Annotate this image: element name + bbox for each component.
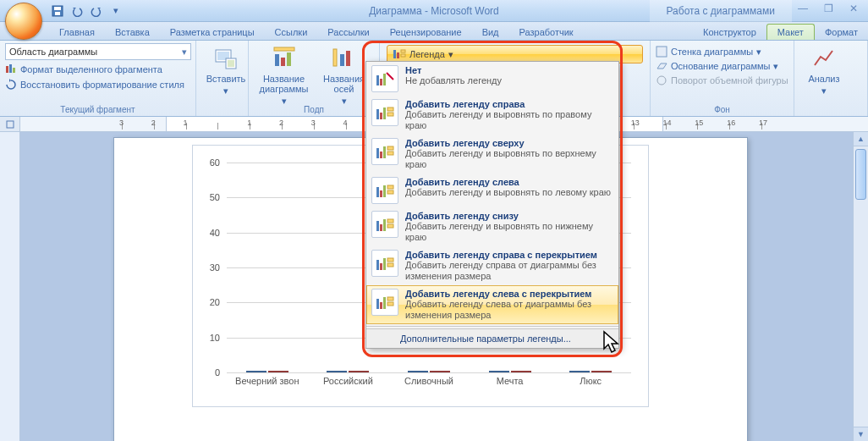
chart-title-button[interactable]: Название диаграммы▾	[254, 43, 314, 107]
svg-rect-48	[387, 146, 393, 150]
qat-dropdown-icon[interactable]: ▾	[107, 3, 124, 19]
chart-x-label: Вечерний звон	[227, 376, 308, 398]
legend-option-desc: Добавить легенду справа от диаграммы без…	[405, 260, 613, 282]
legend-option-2[interactable]: Добавить легенду сверхуДобавить легенду …	[366, 135, 618, 174]
format-selection-label: Формат выделенного фрагмента	[20, 64, 162, 74]
legend-more-options[interactable]: Дополнительные параметры легенды...	[366, 328, 618, 348]
legend-option-0[interactable]: НетНе добавлять легенду	[366, 62, 618, 96]
scroll-up-icon[interactable]: ▲	[854, 132, 868, 146]
tab-pagelayout[interactable]: Разметка страницы	[160, 25, 265, 40]
svg-rect-11	[275, 54, 279, 66]
tab-home[interactable]: Главная	[49, 25, 105, 40]
group-current-selection: Область диаграммы▾ Формат выделенного фр…	[0, 41, 196, 116]
svg-rect-44	[387, 113, 393, 116]
svg-rect-69	[387, 302, 393, 306]
legend-option-5[interactable]: Добавить легенду справа с перекрытиемДоб…	[366, 246, 618, 285]
svg-rect-14	[333, 49, 337, 66]
chart-wall-button[interactable]: Стенка диаграммы ▾	[656, 45, 788, 58]
legend-option-icon	[371, 177, 398, 204]
axis-titles-icon	[331, 45, 358, 72]
svg-rect-63	[387, 258, 393, 262]
svg-rect-54	[387, 190, 393, 194]
chevron-down-icon: ▾	[223, 85, 228, 96]
ruler-corner[interactable]	[0, 117, 20, 131]
legend-option-1[interactable]: Добавить легенду справаДобавить легенду …	[366, 96, 618, 135]
tab-review[interactable]: Рецензирование	[380, 25, 472, 40]
floor-icon	[656, 60, 667, 72]
svg-rect-41	[380, 113, 382, 119]
svg-rect-10	[274, 47, 294, 51]
legend-option-desc: Добавить легенду слева от диаграммы без …	[405, 299, 613, 321]
svg-rect-43	[387, 107, 393, 111]
redo-icon[interactable]	[88, 3, 105, 19]
chart-x-label: Сливочный	[388, 376, 470, 398]
chart-x-label: Российский	[308, 376, 389, 398]
svg-rect-56	[380, 224, 382, 231]
legend-option-icon	[371, 65, 398, 92]
chart-floor-button[interactable]: Основание диаграммы ▾	[656, 59, 788, 73]
legend-option-4[interactable]: Добавить легенду снизуДобавить легенду и…	[366, 207, 618, 246]
insert-label: Вставить	[206, 74, 246, 84]
svg-rect-20	[401, 54, 405, 57]
tab-format[interactable]: Формат	[815, 25, 868, 40]
vertical-ruler[interactable]	[0, 132, 20, 441]
svg-rect-2	[55, 12, 60, 15]
svg-rect-4	[9, 64, 12, 73]
chart-elements-combo[interactable]: Область диаграммы▾	[5, 43, 191, 60]
svg-rect-57	[383, 219, 386, 231]
tab-view[interactable]: Вид	[472, 25, 509, 40]
legend-option-3[interactable]: Добавить легенду слеваДобавить легенду и…	[366, 174, 618, 207]
save-icon[interactable]	[49, 3, 66, 19]
reset-style-icon	[5, 79, 17, 91]
legend-option-title: Нет	[405, 65, 613, 75]
svg-rect-59	[387, 224, 393, 228]
legend-option-desc: Добавить легенду и выровнять по левому к…	[405, 187, 613, 198]
legend-option-title: Добавить легенду справа	[405, 99, 613, 109]
tab-layout[interactable]: Макет	[766, 24, 815, 40]
tab-insert[interactable]: Вставка	[105, 25, 160, 40]
tab-design[interactable]: Конструктор	[693, 25, 766, 40]
legend-option-title: Добавить легенду сверху	[405, 138, 613, 148]
restore-button[interactable]: ❐	[819, 3, 838, 16]
svg-rect-68	[387, 297, 393, 300]
svg-rect-67	[383, 297, 386, 309]
legend-option-icon	[371, 250, 398, 277]
svg-rect-40	[376, 109, 379, 119]
tab-developer[interactable]: Разработчик	[509, 25, 584, 40]
legend-option-icon	[371, 138, 398, 165]
legend-option-icon	[371, 211, 398, 238]
legend-label: Легенда	[409, 49, 445, 59]
minimize-button[interactable]: —	[794, 3, 812, 16]
legend-option-desc: Добавить легенду и выровнять по верхнему…	[405, 148, 613, 170]
legend-option-desc: Добавить легенду и выровнять по правому …	[405, 109, 613, 131]
legend-option-title: Добавить легенду слева	[405, 177, 613, 187]
quick-access-toolbar: ▾	[49, 3, 124, 19]
analysis-button[interactable]: Анализ▾	[799, 43, 849, 96]
chart-y-axis: 0102030405060	[193, 163, 223, 372]
tab-mailings[interactable]: Рассылки	[317, 25, 379, 40]
svg-rect-58	[387, 219, 393, 223]
svg-rect-45	[376, 148, 379, 158]
chart-title-label: Название диаграммы	[254, 74, 314, 94]
reset-style-button[interactable]: Восстановить форматирование стиля	[5, 77, 190, 92]
analysis-icon	[810, 45, 838, 72]
ribbon-tabs: Главная Вставка Разметка страницы Ссылки…	[0, 22, 868, 41]
tab-references[interactable]: Ссылки	[265, 25, 318, 40]
close-button[interactable]: ✕	[844, 3, 863, 16]
scroll-down-icon[interactable]: ▼	[854, 427, 868, 441]
legend-option-6[interactable]: Добавить легенду слева с перекрытиемДоба…	[366, 285, 618, 324]
svg-rect-49	[387, 152, 393, 155]
insert-button[interactable]: Вставить▾	[201, 43, 250, 96]
svg-rect-37	[380, 79, 382, 85]
undo-icon[interactable]	[69, 3, 85, 19]
legend-option-icon	[371, 99, 398, 126]
format-selection-button[interactable]: Формат выделенного фрагмента	[5, 62, 190, 77]
vertical-scrollbar[interactable]: ▲ ▼	[853, 132, 868, 441]
chart-x-labels: Вечерний звонРоссийскийСливочныйМечтаЛюк…	[227, 376, 631, 398]
svg-rect-36	[376, 75, 379, 85]
scroll-thumb[interactable]	[855, 149, 866, 200]
svg-rect-53	[387, 185, 393, 189]
svg-rect-42	[383, 107, 386, 119]
office-button[interactable]	[5, 3, 42, 40]
svg-rect-51	[380, 190, 382, 197]
